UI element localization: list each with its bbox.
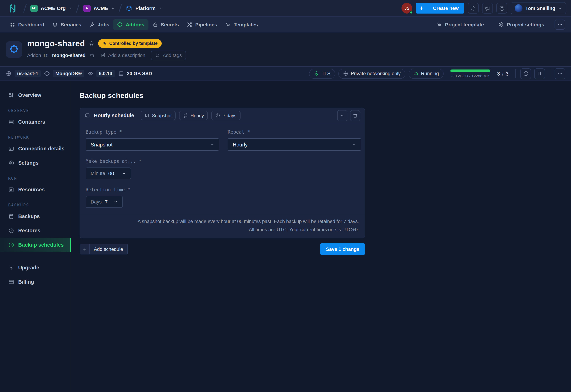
sidebar-item-containers[interactable]: Containers <box>0 115 71 129</box>
backup-type-label: Backup type * <box>86 129 219 135</box>
schedule-card-header: Hourly schedule Snapshot Hourly <box>80 108 365 123</box>
resource-text: 3.0 vCPU / 12288 MB <box>450 74 490 78</box>
hexagons-icon <box>436 22 442 27</box>
schedule-type-badge: Snapshot <box>141 111 176 120</box>
drive-icon <box>85 112 90 118</box>
chevron-down-icon <box>158 6 162 10</box>
tag-icon <box>155 53 160 58</box>
pencil-icon <box>100 53 106 58</box>
bell-icon <box>470 5 476 11</box>
sidebar-item-backups[interactable]: Backups <box>0 209 71 224</box>
save-changes-button[interactable]: Save 1 change <box>320 243 365 255</box>
delete-schedule-button[interactable] <box>350 110 360 121</box>
tab-secrets[interactable]: Secrets <box>148 19 183 30</box>
tab-templates[interactable]: Templates <box>221 19 262 30</box>
retention-field: Retention time * Days 7 <box>86 187 359 208</box>
backup-type-select[interactable]: Snapshot <box>86 138 219 151</box>
chevron-down-icon <box>114 200 118 204</box>
addon-more-button[interactable] <box>555 68 565 79</box>
sidebar-item-backup-schedules[interactable]: Backup schedules <box>0 238 71 252</box>
sidebar-item-overview[interactable]: Overview <box>0 88 71 102</box>
announcements-button[interactable] <box>482 3 493 14</box>
region-chip: us-east-1 <box>6 70 41 77</box>
infobar-right: TLS Private networking only Running 3.0 … <box>309 68 565 79</box>
plus-icon[interactable] <box>416 3 427 14</box>
overview-icon <box>8 92 14 98</box>
sidebar-item-settings[interactable]: Settings <box>0 156 71 170</box>
controlled-by-template-badge[interactable]: Controlled by template <box>98 39 162 48</box>
trash-icon <box>352 113 358 118</box>
addon-id-value: mongo-shared <box>52 53 86 58</box>
project-template-button[interactable]: Project template <box>433 19 488 30</box>
notifications-button[interactable] <box>468 3 479 14</box>
user-menu-button[interactable]: Tom Snelling <box>511 2 566 14</box>
sidebar-item-restores[interactable]: Restores <box>0 224 71 238</box>
tab-services[interactable]: Services <box>48 19 85 30</box>
tls-badge[interactable]: TLS <box>309 69 335 79</box>
repeat-select[interactable]: Hourly <box>228 138 361 151</box>
schedule-form: Backup type * Snapshot Repeat * <box>80 123 365 214</box>
megaphone-icon <box>485 5 491 11</box>
chevron-down-icon <box>352 142 356 147</box>
tab-dashboard[interactable]: Dashboard <box>6 19 48 30</box>
summary-line-2: All times are UTC. Your current timezone… <box>86 227 359 232</box>
ellipsis-icon <box>557 22 563 27</box>
database-icon <box>8 213 14 219</box>
networking-badge[interactable]: Private networking only <box>338 69 405 79</box>
add-schedule-button[interactable]: Add schedule <box>80 244 128 254</box>
breadcrumb-platform[interactable]: Platform <box>126 5 162 12</box>
northflank-logo-icon[interactable] <box>8 3 17 13</box>
my-avatar[interactable]: JS <box>402 3 412 14</box>
globe-icon <box>343 71 348 76</box>
navbar-more-button[interactable] <box>555 19 565 29</box>
sidebar-section-network: NETWORK <box>0 135 71 140</box>
layers-icon <box>52 22 58 27</box>
copy-icon[interactable] <box>89 53 95 58</box>
id-card-icon <box>8 146 14 152</box>
sidebar-item-billing[interactable]: Billing <box>0 275 71 289</box>
chevron-down-icon <box>558 6 562 10</box>
chevron-up-icon <box>340 113 344 118</box>
clock-icon <box>8 242 14 248</box>
help-button[interactable] <box>496 3 507 14</box>
pause-button[interactable] <box>534 68 545 79</box>
summary-line-1: A snapshot backup will be made every hou… <box>86 219 359 224</box>
addon-header-main: mongo-shared Controlled by template Addo… <box>27 39 186 60</box>
drive-icon <box>118 70 124 77</box>
section-heading: Backup schedules <box>80 92 571 100</box>
topbar: AO ACME Org A ACME Platform <box>0 0 571 17</box>
divider <box>550 69 550 78</box>
create-new-button[interactable]: Create new <box>416 3 464 14</box>
resource-usage: 3.0 vCPU / 12288 MB <box>450 69 490 78</box>
sidebar-item-connection-details[interactable]: Connection details <box>0 141 71 156</box>
tab-jobs[interactable]: Jobs <box>85 19 113 30</box>
containers-icon <box>8 119 14 125</box>
shield-check-icon <box>314 71 319 76</box>
upgrade-icon <box>8 265 14 271</box>
collapse-schedule-button[interactable] <box>337 110 347 121</box>
breadcrumb-project[interactable]: A ACME <box>83 4 115 12</box>
tab-addons[interactable]: Addons <box>113 19 148 30</box>
days-select[interactable]: Days 7 <box>86 196 123 208</box>
divider <box>515 69 516 78</box>
credit-card-icon <box>8 279 14 285</box>
add-tags-button[interactable]: Add tags <box>151 50 186 60</box>
sidebar-item-resources[interactable]: Resources <box>0 182 71 197</box>
project-settings-button[interactable]: Project settings <box>494 19 548 30</box>
schedule-card-actions <box>337 110 360 121</box>
version-chip: 6.0.13 <box>88 70 115 77</box>
minute-select[interactable]: Minute 00 <box>86 168 131 179</box>
star-icon[interactable] <box>89 41 95 46</box>
sidebar-item-upgrade[interactable]: Upgrade <box>0 261 71 275</box>
status-badge[interactable]: Running <box>408 69 444 79</box>
breadcrumb-org[interactable]: AO ACME Org <box>30 4 73 12</box>
lock-icon <box>152 22 158 27</box>
add-description-button[interactable]: Add a description <box>100 53 145 58</box>
retention-label: Retention time * <box>86 187 359 192</box>
ellipsis-icon <box>557 71 563 76</box>
breadcrumb-separator <box>119 4 122 13</box>
tab-pipelines[interactable]: Pipelines <box>183 19 221 30</box>
restore-backup-button[interactable] <box>520 68 531 79</box>
repeat-label: Repeat * <box>228 129 361 135</box>
sidebar-gap <box>0 252 71 261</box>
